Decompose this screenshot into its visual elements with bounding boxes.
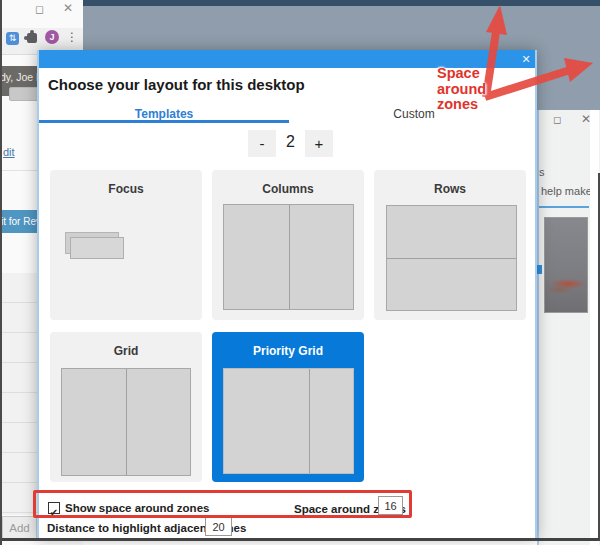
rows-preview <box>386 205 517 311</box>
layout-card-priority-grid[interactable]: Priority Grid <box>212 332 364 482</box>
add-button[interactable]: Add <box>2 516 37 539</box>
browser-maximize-icon[interactable]: ◻ <box>35 4 44 15</box>
layout-card-rows[interactable]: Rows <box>374 170 526 320</box>
background-list-rows <box>0 273 37 515</box>
layout-card-focus[interactable]: Focus <box>50 170 202 320</box>
submit-for-review-button[interactable]: it for Rev <box>0 210 38 233</box>
active-tab-indicator <box>39 120 289 123</box>
browser-menu-icon[interactable]: ⋮ <box>66 31 78 44</box>
extensions-puzzle-icon[interactable] <box>27 33 37 43</box>
layout-card-title: Focus <box>50 182 202 196</box>
dialog-title: Choose your layout for this desktop <box>48 76 305 93</box>
annotation-line: around <box>437 82 486 98</box>
dialog-close-icon[interactable]: ✕ <box>517 51 535 67</box>
annotation-highlight-box <box>33 490 412 518</box>
layout-card-grid[interactable]: Grid <box>50 332 202 482</box>
edit-link[interactable]: dit <box>3 146 15 158</box>
selection-highlight-line <box>539 206 589 208</box>
layout-picker-dialog: ✕ Choose your layout for this desktop Te… <box>37 50 537 539</box>
annotation-text: Space around zones <box>437 66 486 113</box>
profile-avatar[interactable]: J <box>45 30 59 44</box>
priority-grid-preview <box>223 368 354 474</box>
window-left-border <box>0 0 2 545</box>
video-thumbnail <box>544 217 588 313</box>
annotation-line: Space <box>437 66 486 82</box>
annotation-line: zones <box>437 97 486 113</box>
divider <box>0 170 37 171</box>
layout-card-title: Columns <box>212 182 364 196</box>
grid-preview <box>61 368 191 476</box>
screenshot-stage: ◻ ✕ ⇅ J ⋮ dy, Joe Fe dit it for Rev Add … <box>0 0 600 545</box>
zone-count-value: 2 <box>276 133 305 151</box>
focus-preview-front-zone <box>70 237 124 259</box>
right-window-text: help make <box>541 185 592 197</box>
layout-card-title: Grid <box>50 344 202 358</box>
layout-card-title: Priority Grid <box>212 344 364 358</box>
browser-close-icon[interactable]: ✕ <box>63 3 73 14</box>
zone-count-decrease-button[interactable]: - <box>248 130 276 157</box>
window-bottom-border <box>2 538 599 541</box>
distance-highlight-input[interactable] <box>205 517 232 536</box>
right-window-maximize-icon[interactable]: ◻ <box>553 114 561 125</box>
desktop-top-window-strip <box>83 0 600 6</box>
layout-card-title: Rows <box>374 182 526 196</box>
blue-marker <box>537 265 542 274</box>
columns-preview <box>223 204 354 310</box>
zone-count-increase-button[interactable]: + <box>305 130 333 157</box>
tab-templates[interactable]: Templates <box>39 107 289 121</box>
layout-card-columns[interactable]: Columns <box>212 170 364 320</box>
right-window-text: s <box>539 166 545 178</box>
blue-extension-icon[interactable]: ⇅ <box>6 32 19 45</box>
background-right-window: ◻ ✕ s help make <box>537 110 600 545</box>
tab-custom[interactable]: Custom <box>289 107 539 121</box>
